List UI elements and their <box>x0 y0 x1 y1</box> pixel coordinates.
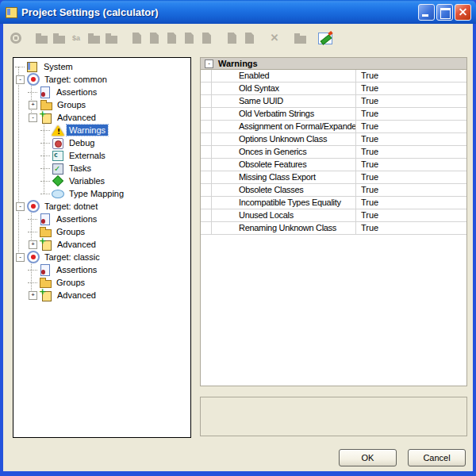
property-value[interactable]: True <box>356 133 466 145</box>
property-row[interactable]: Options Unknown Class True <box>201 133 466 146</box>
doc-icon-4[interactable] <box>181 30 197 46</box>
property-row[interactable]: Same UUID True <box>201 95 466 108</box>
tree-item-externals[interactable]: Externals <box>13 149 190 162</box>
property-row[interactable]: Assignment on Formal/Expanded True <box>201 121 466 133</box>
property-value[interactable]: True <box>356 209 466 221</box>
property-name: Incompatible Types Equality <box>212 197 356 209</box>
dialog-body: $a ✕ System - <box>3 24 473 471</box>
property-value[interactable]: True <box>356 121 466 132</box>
property-row[interactable]: Unused Locals True <box>201 209 466 222</box>
tree-item-label: Assertions <box>54 213 99 225</box>
property-category-header[interactable]: - Warnings <box>201 58 466 70</box>
minimize-button[interactable] <box>418 4 435 21</box>
tree-item-label: Assertions <box>54 86 99 98</box>
tree-item-assertions[interactable]: Assertions <box>13 86 190 98</box>
collapse-expander[interactable]: - <box>16 202 25 211</box>
description-panel <box>200 397 467 436</box>
close-button[interactable] <box>455 4 471 21</box>
expand-expander[interactable]: + <box>29 291 37 300</box>
tree-item-label: Target: common <box>42 74 109 85</box>
collapse-expander[interactable]: - <box>29 113 37 122</box>
property-value[interactable]: True <box>356 197 466 209</box>
property-row[interactable]: Obsolete Classes True <box>201 184 466 197</box>
tree-item-label: Debug <box>67 137 97 148</box>
property-grid[interactable]: - Warnings Enabled True Old Syntax True … <box>200 57 467 386</box>
title-bar[interactable]: Project Settings (calculator) <box>0 0 476 24</box>
property-row[interactable]: Onces in Generics True <box>201 146 466 159</box>
property-row[interactable]: Enabled True <box>201 70 466 83</box>
system-icon <box>26 60 39 73</box>
expand-expander[interactable]: + <box>29 240 37 249</box>
folder-move-icon[interactable] <box>103 30 119 46</box>
property-name: Old Syntax <box>212 83 356 94</box>
warning-icon <box>52 124 64 136</box>
property-value[interactable]: True <box>356 184 466 196</box>
folder-copy-icon[interactable] <box>86 30 102 46</box>
tree-item-label: Tasks <box>67 163 94 174</box>
tree-item-system[interactable]: System <box>13 60 190 73</box>
rename-icon[interactable]: $a <box>68 30 84 46</box>
cancel-button[interactable]: Cancel <box>408 449 466 466</box>
property-row[interactable]: Incompatible Types Equality True <box>201 197 466 209</box>
target-icon <box>27 73 40 86</box>
assertions-icon <box>39 86 52 98</box>
settings-tree[interactable]: System - Target: common Assertions + Gro… <box>13 57 191 438</box>
property-name: Enabled <box>212 70 356 82</box>
tree-item-warnings[interactable]: Warnings <box>13 124 190 136</box>
property-value[interactable]: True <box>356 146 466 158</box>
tree-item-target-classic[interactable]: - Target: classic <box>13 251 190 263</box>
tree-item-advanced[interactable]: + Advanced <box>13 238 190 251</box>
debug-icon <box>52 136 64 149</box>
collapse-category-icon[interactable]: - <box>205 60 213 68</box>
row-margin <box>201 197 212 209</box>
tree-item-advanced[interactable]: + Advanced <box>13 289 190 301</box>
property-row[interactable]: Old Syntax True <box>201 83 466 95</box>
property-row[interactable]: Missing Class Export True <box>201 171 466 184</box>
property-name: Obsolete Classes <box>212 184 356 196</box>
commit-icon[interactable] <box>292 30 308 46</box>
property-value[interactable]: True <box>356 83 466 94</box>
property-row[interactable]: Obsolete Features True <box>201 159 466 171</box>
tree-item-type-mapping[interactable]: Type Mapping <box>13 187 190 200</box>
property-row[interactable]: Old Verbatim Strings True <box>201 108 466 121</box>
row-margin <box>201 171 212 183</box>
property-value[interactable]: True <box>356 108 466 120</box>
tree-item-debug[interactable]: Debug <box>13 136 190 149</box>
tree-item-label: Advanced <box>55 112 98 123</box>
doc-icon-2[interactable] <box>146 30 162 46</box>
tree-item-variables[interactable]: Variables <box>13 175 190 187</box>
ring-icon[interactable] <box>8 30 24 46</box>
property-value[interactable]: True <box>356 171 466 183</box>
property-name: Unused Locals <box>212 209 356 221</box>
maximize-button[interactable] <box>436 4 453 21</box>
folder-add-icon[interactable] <box>51 30 67 46</box>
tree-item-target-dotnet[interactable]: - Target: dotnet <box>13 200 190 213</box>
doc-icon-1[interactable] <box>129 30 144 46</box>
property-value[interactable]: True <box>356 70 466 82</box>
folder-open-icon[interactable] <box>33 30 49 46</box>
property-name: Old Verbatim Strings <box>212 108 356 120</box>
property-name: Renaming Unknown Class <box>212 222 356 234</box>
property-value[interactable]: True <box>356 159 466 171</box>
tree-item-tasks[interactable]: Tasks <box>13 162 190 175</box>
tree-connector <box>40 181 50 182</box>
clip-copy-icon[interactable] <box>241 30 257 46</box>
ok-button[interactable]: OK <box>339 449 397 466</box>
tree-item-label: Advanced <box>55 290 98 301</box>
collapse-expander[interactable]: - <box>16 253 25 262</box>
collapse-expander[interactable]: - <box>16 75 25 84</box>
expand-expander[interactable]: + <box>29 101 37 109</box>
property-value[interactable]: True <box>356 222 466 234</box>
edit-pencil-icon[interactable] <box>317 30 333 46</box>
property-value[interactable]: True <box>356 95 466 107</box>
delete-icon[interactable]: ✕ <box>267 30 282 46</box>
doc-icon-5[interactable] <box>198 30 214 46</box>
tree-item-assertions[interactable]: Assertions <box>13 213 190 225</box>
assertions-icon <box>39 263 52 276</box>
clip-paste-icon[interactable] <box>224 30 240 46</box>
tree-item-assertions[interactable]: Assertions <box>13 263 190 276</box>
property-row[interactable]: Renaming Unknown Class True <box>201 222 466 235</box>
tree-item-advanced[interactable]: - Advanced <box>13 111 190 124</box>
tree-item-target-common[interactable]: - Target: common <box>13 73 190 86</box>
doc-icon-3[interactable] <box>163 30 179 46</box>
